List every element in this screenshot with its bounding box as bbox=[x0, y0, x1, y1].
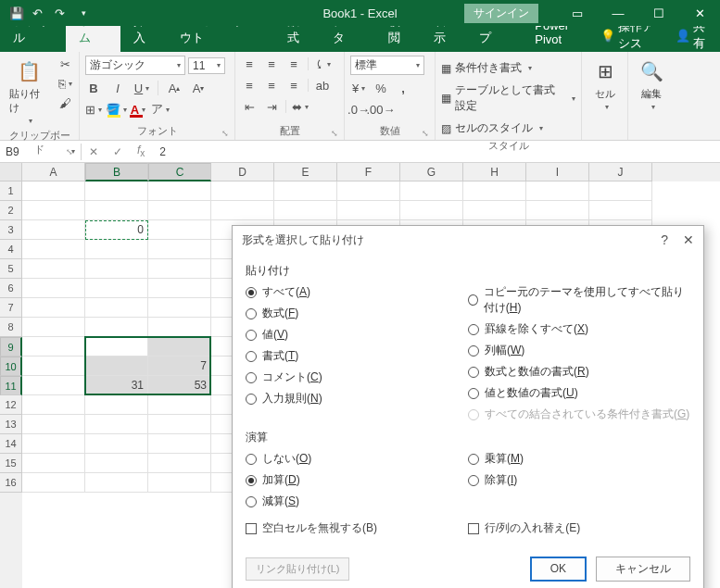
copy-icon[interactable]: ⎘▾ bbox=[57, 75, 73, 92]
row-header-14[interactable]: 14 bbox=[0, 434, 22, 454]
italic-icon[interactable]: I bbox=[109, 80, 126, 96]
align-top-icon[interactable]: ≡ bbox=[241, 56, 258, 72]
row-header-1[interactable]: 1 bbox=[0, 181, 22, 201]
cell[interactable] bbox=[85, 357, 148, 376]
row-header-2[interactable]: 2 bbox=[0, 201, 22, 220]
cell[interactable] bbox=[274, 181, 337, 201]
cell[interactable] bbox=[22, 473, 85, 493]
cell[interactable] bbox=[85, 454, 148, 473]
cell[interactable] bbox=[337, 181, 400, 201]
radio-option[interactable]: 数式(F) bbox=[246, 306, 468, 321]
decrease-font-icon[interactable]: A▾ bbox=[190, 80, 207, 96]
cut-icon[interactable]: ✂ bbox=[57, 56, 73, 72]
cell[interactable] bbox=[85, 279, 148, 298]
row-header-3[interactable]: 3 bbox=[0, 220, 22, 240]
col-header-J[interactable]: J bbox=[589, 163, 652, 181]
minimize-icon[interactable]: ― bbox=[598, 0, 638, 26]
cell[interactable] bbox=[148, 279, 211, 298]
row-header-10[interactable]: 10 bbox=[0, 357, 22, 376]
col-header-E[interactable]: E bbox=[274, 163, 337, 181]
cell[interactable] bbox=[400, 201, 463, 220]
cell[interactable] bbox=[274, 201, 337, 220]
cell[interactable] bbox=[22, 318, 85, 337]
cell[interactable] bbox=[22, 376, 85, 395]
cell[interactable] bbox=[85, 434, 148, 454]
cancel-fx-icon[interactable]: ✕ bbox=[82, 145, 106, 158]
row-header-12[interactable]: 12 bbox=[0, 395, 22, 415]
cell[interactable] bbox=[148, 473, 211, 493]
align-left-icon[interactable]: ≡ bbox=[241, 77, 258, 94]
radio-option[interactable]: すべて(A) bbox=[246, 284, 468, 300]
align-center-icon[interactable]: ≡ bbox=[263, 77, 280, 94]
cell[interactable] bbox=[22, 395, 85, 415]
decrease-indent-icon[interactable]: ⇤ bbox=[241, 98, 258, 115]
bold-icon[interactable]: B bbox=[85, 80, 102, 96]
number-format-select[interactable]: 標準▾ bbox=[350, 56, 424, 75]
cell[interactable] bbox=[85, 201, 148, 220]
fill-color-icon[interactable]: 🪣▾ bbox=[107, 101, 124, 118]
cell[interactable] bbox=[85, 415, 148, 434]
cell[interactable] bbox=[211, 201, 274, 220]
align-dialog-launcher[interactable]: ⤡ bbox=[331, 129, 338, 138]
cell[interactable] bbox=[85, 181, 148, 201]
font-size-select[interactable]: 11▾ bbox=[188, 57, 225, 74]
radio-option[interactable]: 減算(S) bbox=[246, 494, 468, 509]
dialog-help-icon[interactable]: ? bbox=[661, 232, 668, 247]
number-dialog-launcher[interactable]: ⤡ bbox=[422, 129, 429, 138]
ok-button[interactable]: OK bbox=[530, 557, 587, 582]
close-icon[interactable]: ✕ bbox=[679, 0, 720, 26]
radio-option[interactable]: 書式(T) bbox=[246, 348, 468, 364]
underline-icon[interactable]: U▾ bbox=[133, 80, 150, 96]
radio-option[interactable]: 列幅(W) bbox=[468, 343, 690, 358]
ribbon-options-icon[interactable]: ▭ bbox=[557, 0, 598, 26]
cell[interactable] bbox=[463, 181, 526, 201]
radio-option[interactable]: 除算(I) bbox=[468, 472, 690, 488]
row-header-15[interactable]: 15 bbox=[0, 454, 22, 473]
undo-icon[interactable]: ↶ bbox=[30, 4, 48, 22]
redo-icon[interactable]: ↷ bbox=[52, 4, 70, 22]
cell[interactable] bbox=[148, 240, 211, 259]
radio-option[interactable]: 罫線を除くすべて(X) bbox=[468, 321, 690, 337]
col-header-A[interactable]: A bbox=[22, 163, 85, 181]
skip-blanks-checkbox[interactable]: 空白セルを無視する(B) bbox=[246, 520, 468, 536]
cell[interactable] bbox=[22, 201, 85, 220]
dialog-titlebar[interactable]: 形式を選択して貼り付け ? ✕ bbox=[233, 226, 703, 254]
radio-option[interactable]: 数式と数値の書式(R) bbox=[468, 364, 690, 380]
col-header-I[interactable]: I bbox=[526, 163, 589, 181]
radio-option[interactable]: コピー元のテーマを使用してすべて貼り付け(H) bbox=[468, 284, 690, 316]
phonetic-icon[interactable]: ア▾ bbox=[152, 101, 169, 118]
cell[interactable] bbox=[85, 240, 148, 259]
row-header-8[interactable]: 8 bbox=[0, 318, 22, 337]
cell[interactable] bbox=[85, 395, 148, 415]
cells-button[interactable]: ⊞セル▾ bbox=[587, 56, 623, 113]
paste-button[interactable]: 📋 貼り付け ▾ bbox=[6, 56, 53, 127]
cell[interactable] bbox=[22, 434, 85, 454]
radio-option[interactable]: 乗算(M) bbox=[468, 451, 690, 467]
cell[interactable] bbox=[337, 201, 400, 220]
cell[interactable] bbox=[22, 337, 85, 357]
cell[interactable] bbox=[22, 298, 85, 318]
cell[interactable] bbox=[589, 181, 652, 201]
cell[interactable] bbox=[22, 259, 85, 279]
radio-option[interactable]: 値(V) bbox=[246, 327, 468, 343]
cell[interactable] bbox=[148, 201, 211, 220]
radio-option[interactable]: しない(O) bbox=[246, 451, 468, 467]
dialog-close-icon[interactable]: ✕ bbox=[683, 232, 694, 247]
cell[interactable] bbox=[148, 395, 211, 415]
align-middle-icon[interactable]: ≡ bbox=[263, 56, 280, 72]
cell[interactable] bbox=[148, 259, 211, 279]
cell[interactable] bbox=[22, 181, 85, 201]
cell[interactable]: 31 bbox=[85, 376, 148, 395]
font-color-icon[interactable]: A▾ bbox=[130, 101, 146, 118]
cell[interactable] bbox=[463, 201, 526, 220]
currency-icon[interactable]: ¥▾ bbox=[350, 80, 367, 96]
cell[interactable] bbox=[148, 318, 211, 337]
clipboard-dialog-launcher[interactable]: ⤡ bbox=[66, 147, 73, 156]
confirm-fx-icon[interactable]: ✓ bbox=[106, 145, 130, 158]
cell[interactable] bbox=[589, 201, 652, 220]
font-dialog-launcher[interactable]: ⤡ bbox=[221, 129, 229, 138]
orientation-icon[interactable]: ⤹▾ bbox=[314, 56, 331, 72]
cell[interactable] bbox=[22, 454, 85, 473]
cell[interactable] bbox=[22, 220, 85, 240]
col-header-B[interactable]: B bbox=[85, 163, 148, 181]
